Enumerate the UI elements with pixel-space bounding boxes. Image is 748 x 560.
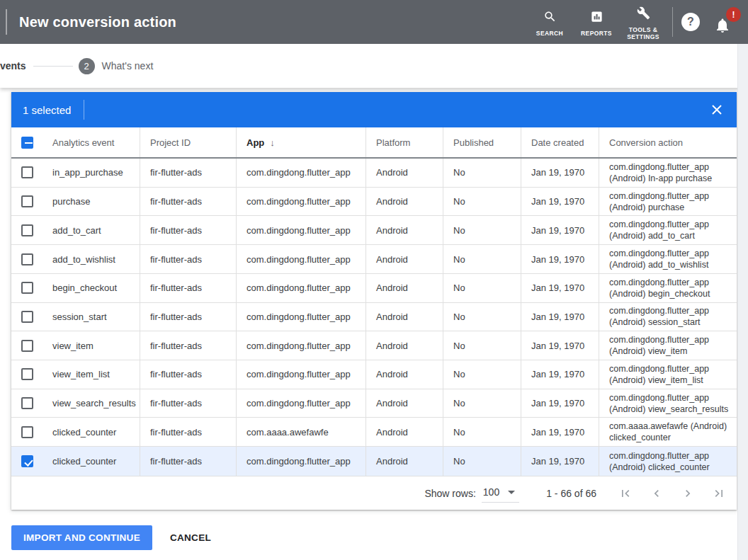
reports-label: REPORTS bbox=[581, 30, 612, 37]
cell-platform: Android bbox=[366, 331, 443, 360]
cell-date-created: Jan 19, 1970 bbox=[521, 216, 599, 244]
step-previous-label[interactable]: vents bbox=[0, 60, 26, 72]
table-row[interactable]: add_to_wishlist fir-flutter-ads com.ding… bbox=[11, 245, 737, 274]
table-row[interactable]: clicked_counter fir-flutter-ads com.aaaa… bbox=[11, 418, 737, 447]
help-icon: ? bbox=[687, 16, 694, 28]
cancel-button[interactable]: CANCEL bbox=[170, 532, 211, 543]
row-checkbox[interactable] bbox=[21, 224, 33, 236]
cell-analytics-event: view_item_list bbox=[42, 360, 140, 389]
cell-platform: Android bbox=[366, 360, 443, 389]
row-checkbox[interactable] bbox=[21, 195, 33, 207]
form-actions: IMPORT AND CONTINUE CANCEL bbox=[11, 525, 211, 550]
page-title: New conversion action bbox=[19, 14, 176, 30]
table-row[interactable]: view_search_results fir-flutter-ads com.… bbox=[11, 389, 737, 418]
next-page-button[interactable] bbox=[680, 486, 696, 501]
close-button[interactable] bbox=[708, 101, 725, 118]
tools-settings-label: TOOLS & SETTINGS bbox=[627, 26, 659, 40]
notifications-button[interactable]: ! bbox=[714, 10, 735, 34]
column-header-published[interactable]: Published bbox=[443, 127, 521, 157]
table-header-row: Analytics event Project ID App ↓ Platfor… bbox=[11, 127, 737, 159]
column-header-platform[interactable]: Platform bbox=[366, 127, 443, 157]
tools-settings-button[interactable]: TOOLS & SETTINGS bbox=[620, 4, 667, 40]
cell-conversion-action: com.dingdong.flutter_app (Android) begin… bbox=[599, 274, 737, 302]
cell-analytics-event: session_start bbox=[42, 303, 140, 331]
chevron-down-icon bbox=[508, 491, 515, 494]
cell-date-created: Jan 19, 1970 bbox=[521, 188, 599, 216]
row-checkbox-cell bbox=[11, 216, 42, 244]
search-button[interactable]: SEARCH bbox=[526, 7, 573, 37]
cell-conversion-action: com.aaaa.awefawfe (Android) clicked_coun… bbox=[599, 418, 737, 446]
row-checkbox[interactable] bbox=[21, 253, 33, 265]
cell-project-id: fir-flutter-ads bbox=[140, 216, 236, 244]
cell-project-id: fir-flutter-ads bbox=[140, 331, 236, 360]
reports-icon bbox=[590, 10, 604, 26]
column-header-project-id[interactable]: Project ID bbox=[140, 127, 236, 157]
column-header-date-created[interactable]: Date created bbox=[521, 127, 599, 157]
cell-published: No bbox=[443, 389, 521, 418]
cell-date-created: Jan 19, 1970 bbox=[521, 159, 599, 187]
cell-published: No bbox=[443, 159, 521, 187]
cell-platform: Android bbox=[366, 389, 443, 418]
column-header-analytics-event[interactable]: Analytics event bbox=[42, 127, 140, 157]
cell-analytics-event: begin_checkout bbox=[42, 274, 140, 302]
cell-platform: Android bbox=[366, 274, 443, 302]
page-scrollbar[interactable] bbox=[737, 44, 748, 560]
cell-platform: Android bbox=[366, 447, 443, 476]
row-checkbox[interactable] bbox=[21, 282, 33, 294]
row-checkbox-cell bbox=[11, 274, 42, 302]
cell-published: No bbox=[443, 216, 521, 244]
events-table-card: 1 selected Analytics event Project ID Ap… bbox=[11, 92, 737, 510]
row-checkbox[interactable] bbox=[21, 166, 33, 178]
column-header-app[interactable]: App ↓ bbox=[236, 127, 366, 157]
cell-published: No bbox=[443, 331, 521, 360]
cell-date-created: Jan 19, 1970 bbox=[521, 447, 599, 476]
cell-published: No bbox=[443, 245, 521, 273]
row-checkbox[interactable] bbox=[21, 397, 33, 409]
row-checkbox[interactable] bbox=[21, 455, 33, 467]
first-page-icon bbox=[618, 486, 633, 501]
table-row[interactable]: add_to_cart fir-flutter-ads com.dingdong… bbox=[11, 216, 737, 245]
row-checkbox-cell bbox=[11, 360, 42, 389]
cell-analytics-event: add_to_cart bbox=[42, 216, 140, 244]
cell-date-created: Jan 19, 1970 bbox=[521, 303, 599, 331]
cell-analytics-event: clicked_counter bbox=[42, 418, 140, 446]
table-row[interactable]: in_app_purchase fir-flutter-ads com.ding… bbox=[11, 159, 737, 188]
cell-analytics-event: add_to_wishlist bbox=[42, 245, 140, 273]
reports-button[interactable]: REPORTS bbox=[573, 7, 620, 37]
help-button[interactable]: ? bbox=[681, 13, 700, 31]
table-row[interactable]: view_item fir-flutter-ads com.dingdong.f… bbox=[11, 331, 737, 360]
table-row[interactable]: view_item_list fir-flutter-ads com.dingd… bbox=[11, 360, 737, 389]
cell-published: No bbox=[443, 274, 521, 302]
cell-app: com.dingdong.flutter_app bbox=[236, 274, 366, 302]
table-row[interactable]: purchase fir-flutter-ads com.dingdong.fl… bbox=[11, 188, 737, 217]
cell-analytics-event: in_app_purchase bbox=[42, 159, 140, 187]
row-checkbox[interactable] bbox=[21, 340, 33, 352]
cell-conversion-action: com.dingdong.flutter_app (Android) view_… bbox=[599, 331, 737, 360]
cell-platform: Android bbox=[366, 418, 443, 446]
table-row[interactable]: session_start fir-flutter-ads com.dingdo… bbox=[11, 303, 737, 332]
first-page-button[interactable] bbox=[618, 486, 633, 501]
close-icon bbox=[711, 104, 722, 115]
cell-conversion-action: com.dingdong.flutter_app (Android) click… bbox=[599, 447, 737, 476]
cell-app: com.dingdong.flutter_app bbox=[236, 331, 366, 360]
pagination-range: 1 - 66 of 66 bbox=[546, 488, 596, 499]
table-row[interactable]: clicked_counter fir-flutter-ads com.ding… bbox=[11, 447, 737, 476]
table-row[interactable]: begin_checkout fir-flutter-ads com.dingd… bbox=[11, 274, 737, 303]
cell-platform: Android bbox=[366, 159, 443, 187]
cell-project-id: fir-flutter-ads bbox=[140, 188, 236, 216]
cell-project-id: fir-flutter-ads bbox=[140, 418, 236, 446]
table-body: in_app_purchase fir-flutter-ads com.ding… bbox=[11, 159, 737, 476]
import-and-continue-button[interactable]: IMPORT AND CONTINUE bbox=[11, 525, 152, 550]
previous-page-button[interactable] bbox=[649, 486, 664, 501]
cell-published: No bbox=[443, 188, 521, 216]
column-header-conversion-action[interactable]: Conversion action bbox=[599, 127, 737, 157]
appbar-actions: SEARCH REPORTS TOOLS & SETTINGS ? ! bbox=[526, 0, 741, 44]
row-checkbox[interactable] bbox=[21, 426, 33, 438]
selection-count: 1 selected bbox=[23, 104, 71, 116]
show-rows-label: Show rows: bbox=[424, 488, 475, 499]
page-size-select[interactable]: 100 bbox=[482, 484, 519, 503]
last-page-button[interactable] bbox=[711, 486, 727, 501]
select-all-checkbox[interactable] bbox=[21, 137, 33, 149]
row-checkbox[interactable] bbox=[21, 311, 33, 323]
row-checkbox[interactable] bbox=[21, 368, 33, 380]
